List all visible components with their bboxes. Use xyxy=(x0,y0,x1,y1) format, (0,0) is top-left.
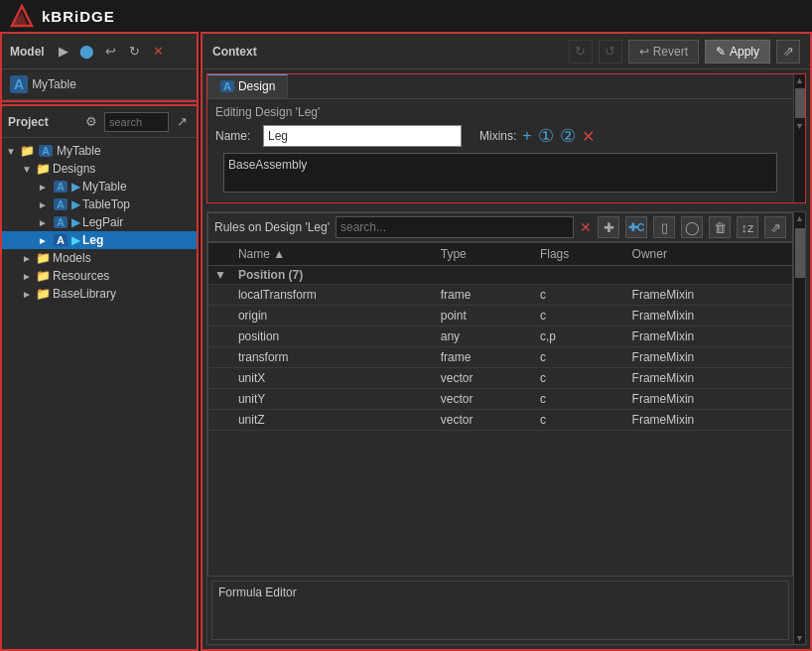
tree-item-baselibrary[interactable]: ► 📁 BaseLibrary xyxy=(2,285,197,303)
refresh-icon[interactable]: ↻ xyxy=(126,43,144,61)
play-icon[interactable]: ▶ xyxy=(55,43,72,61)
rules-scroll-up[interactable]: ▲ xyxy=(794,212,806,224)
tree-item-tabletop[interactable]: ► A ▶ TableTop xyxy=(2,195,197,213)
close-icon[interactable]: ✕ xyxy=(150,43,168,61)
tree-item-leg[interactable]: ► A ▶ Leg xyxy=(2,231,197,249)
mytable-entry[interactable]: A MyTable xyxy=(2,69,197,100)
remove-mixin-btn[interactable]: ✕ xyxy=(582,127,595,146)
design-area-wrapper: A Design Editing Design 'Leg' Name: Mixi… xyxy=(206,73,806,203)
folder-icon-baselibrary: 📁 xyxy=(36,287,51,301)
project-search-input[interactable] xyxy=(104,112,169,132)
row-flags: c xyxy=(534,347,626,368)
logo-icon xyxy=(8,2,36,30)
project-settings-icon[interactable]: ⚙ xyxy=(82,113,100,131)
project-label: Project xyxy=(8,115,78,129)
expand-context-btn[interactable]: ⇗ xyxy=(776,40,800,64)
rules-area-inner: Rules on Design 'Leg' ✕ ✚ ✚C ▯ ◯ 🗑 ↕z ⇗ xyxy=(207,212,793,644)
editing-label: Editing Design 'Leg' xyxy=(215,105,785,119)
row-indent xyxy=(208,285,232,306)
row-indent xyxy=(208,368,232,389)
scroll-up-arrow[interactable]: ▲ xyxy=(794,74,806,86)
mytable-design-icon: A xyxy=(10,75,28,93)
design-area-inner: A Design Editing Design 'Leg' Name: Mixi… xyxy=(207,74,793,202)
group-expand-col: ▼ xyxy=(208,266,232,285)
col-name-header[interactable]: Name ▲ xyxy=(232,243,435,266)
table-row[interactable]: unitZ vector c FrameMixin xyxy=(208,410,792,431)
model-toolbar: Model ▶ ⬤ ↩ ↻ ✕ xyxy=(2,34,197,69)
redo-btn[interactable]: ↺ xyxy=(599,40,622,64)
mixins-label: Mixins: xyxy=(479,129,516,143)
table-row[interactable]: origin point c FrameMixin xyxy=(208,306,792,326)
rules-scrollbar[interactable]: ▲ ▼ xyxy=(793,212,805,644)
formula-editor: Formula Editor xyxy=(211,581,789,640)
rules-search-input[interactable] xyxy=(336,216,574,238)
expand-arrow-legpair: ► xyxy=(38,217,50,228)
tree-item-legpair[interactable]: ► A ▶ LegPair xyxy=(2,213,197,231)
rules-label: Rules on Design 'Leg' xyxy=(214,220,330,234)
copy-rule-btn[interactable]: ▯ xyxy=(653,216,675,238)
model-label: Model xyxy=(10,45,45,59)
scrollbar-thumb[interactable] xyxy=(795,88,805,118)
tree-item-mytable-root[interactable]: ▼ 📁 A MyTable xyxy=(2,142,197,160)
row-flags: c,p xyxy=(534,326,626,347)
project-expand-icon[interactable]: ↗ xyxy=(173,113,191,131)
tree-item-models[interactable]: ► 📁 Models xyxy=(2,249,197,267)
mixin-action-btn1[interactable]: ① xyxy=(538,125,554,147)
rules-scrollbar-thumb[interactable] xyxy=(795,228,805,278)
folder-icon: 📁 xyxy=(20,144,35,158)
design-badge-mytable: A xyxy=(54,181,68,193)
row-flags: c xyxy=(534,306,626,326)
expand-rules-btn[interactable]: ⇗ xyxy=(764,216,786,238)
group-label-position: Position (7) xyxy=(232,266,792,285)
row-flags: c xyxy=(534,368,626,389)
tree-item-mytable-design[interactable]: ► A ▶ MyTable xyxy=(2,178,197,195)
add-mixin-btn[interactable]: + xyxy=(522,127,531,145)
table-row[interactable]: localTransform frame c FrameMixin xyxy=(208,285,792,306)
tab-design[interactable]: A Design xyxy=(207,74,288,98)
apply-label: Apply xyxy=(730,45,759,59)
col-expand xyxy=(208,243,232,266)
row-indent xyxy=(208,306,232,326)
tree-label-legpair: LegPair xyxy=(82,215,123,229)
revert-btn[interactable]: ↩ Revert xyxy=(628,40,699,64)
row-owner: FrameMixin xyxy=(626,410,792,431)
undo-btn[interactable]: ↻ xyxy=(569,40,593,64)
col-type-header: Type xyxy=(435,243,534,266)
table-row[interactable]: unitY vector c FrameMixin xyxy=(208,389,792,410)
topbar: kBRiDGE xyxy=(0,0,812,32)
row-indent xyxy=(208,326,232,347)
rules-scroll-down[interactable]: ▼ xyxy=(794,632,806,644)
expand-arrow-baselibrary: ► xyxy=(22,289,34,300)
scroll-down-arrow[interactable]: ▼ xyxy=(794,120,806,132)
folder-icon-resources: 📁 xyxy=(36,269,51,283)
row-type: any xyxy=(435,326,534,347)
table-row[interactable]: transform frame c FrameMixin xyxy=(208,347,792,368)
sort-rule-btn[interactable]: ↕z xyxy=(737,216,758,238)
add-rule-alt-btn[interactable]: ✚C xyxy=(625,216,647,238)
group-header-position[interactable]: ▼ Position (7) xyxy=(208,266,792,285)
rules-action-btn[interactable]: ◯ xyxy=(681,216,703,238)
rules-search-clear[interactable]: ✕ xyxy=(580,219,592,235)
row-owner: FrameMixin xyxy=(626,389,792,410)
expand-arrow-models: ► xyxy=(22,253,34,264)
tree-item-resources[interactable]: ► 📁 Resources xyxy=(2,267,197,285)
undo-icon[interactable]: ↩ xyxy=(102,43,120,61)
delete-rule-btn[interactable]: 🗑 xyxy=(709,216,731,238)
tree-item-designs[interactable]: ▼ 📁 Designs xyxy=(2,160,197,178)
table-row[interactable]: unitX vector c FrameMixin xyxy=(208,368,792,389)
apply-btn[interactable]: ✎ Apply xyxy=(705,40,770,64)
table-row[interactable]: position any c,p FrameMixin xyxy=(208,326,792,347)
revert-icon: ↩ xyxy=(639,45,649,59)
mixin-action-btn2[interactable]: ② xyxy=(560,125,576,147)
apply-icon: ✎ xyxy=(716,45,726,59)
context-toolbar-buttons: ↻ ↺ ↩ Revert ✎ Apply ⇗ xyxy=(569,40,800,64)
circle-icon[interactable]: ⬤ xyxy=(78,43,96,61)
row-indent xyxy=(208,410,232,431)
design-scrollbar[interactable]: ▲ ▼ xyxy=(793,74,805,202)
design-content: Editing Design 'Leg' Name: Mixins: + ① ②… xyxy=(207,99,793,202)
row-flags: c xyxy=(534,389,626,410)
add-rule-btn[interactable]: ✚ xyxy=(598,216,619,238)
tree-label-tabletop: TableTop xyxy=(82,197,130,211)
row-owner: FrameMixin xyxy=(626,347,792,368)
name-input[interactable] xyxy=(263,125,462,147)
